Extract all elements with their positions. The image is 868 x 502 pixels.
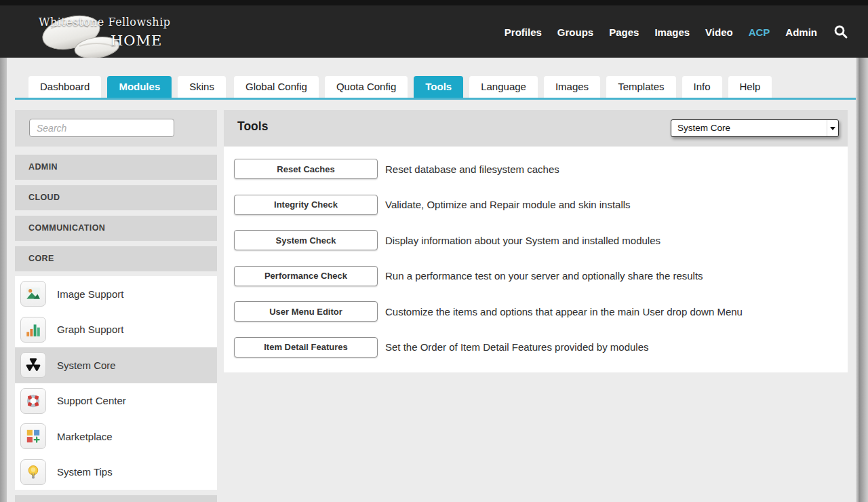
nav-item-admin[interactable]: Admin — [785, 26, 817, 38]
sidebar-item-system-tips[interactable]: System Tips — [15, 455, 217, 490]
integrity-check-button[interactable]: Integrity Check — [234, 195, 378, 215]
user-menu-editor-button[interactable]: User Menu Editor — [234, 301, 378, 322]
sidebar-item-label: System Core — [57, 360, 116, 371]
sidebar-search-panel — [15, 110, 217, 147]
tab-global-config[interactable]: Global Config — [234, 76, 319, 98]
sidebar-item-marketplace[interactable]: Marketplace — [15, 419, 217, 455]
category-core[interactable]: CORE — [15, 246, 217, 271]
acp-page: Dashboard Modules Skins Global Config Qu… — [7, 58, 856, 502]
tab-bar: Dashboard Modules Skins Global Config Qu… — [15, 76, 856, 100]
category-cloud[interactable]: CLOUD — [15, 185, 217, 210]
tab-templates[interactable]: Templates — [606, 76, 675, 98]
sidebar-item-system-core[interactable]: System Core — [15, 347, 217, 383]
tool-description: Customize the items and options that app… — [385, 306, 743, 317]
sidebar-item-label: Support Center — [57, 395, 126, 406]
tool-row-user-menu-editor: User Menu Editor Customize the items and… — [224, 294, 848, 330]
module-search-input[interactable] — [29, 119, 174, 137]
tool-row-item-detail-features: Item Detail Features Set the Order of It… — [224, 330, 848, 366]
reset-caches-button[interactable]: Reset Caches — [234, 159, 378, 179]
category-admin[interactable]: ADMIN — [15, 155, 217, 180]
category-bar-clipped[interactable] — [15, 495, 217, 502]
window-top-strip — [0, 0, 868, 5]
nav-item-images[interactable]: Images — [654, 26, 690, 38]
sidebar-item-label: Image Support — [57, 288, 123, 300]
tools-list: Reset Caches Reset database and filesyst… — [224, 147, 848, 372]
sidebar-item-support-center[interactable]: Support Center — [15, 383, 217, 419]
sidebar-item-image-support[interactable]: Image Support — [15, 276, 217, 312]
system-core-icon — [20, 352, 46, 378]
tool-row-reset-caches: Reset Caches Reset database and filesyst… — [224, 151, 848, 187]
nav-item-video[interactable]: Video — [705, 26, 733, 38]
tools-header: Tools System Core — [224, 110, 848, 147]
sidebar-item-label: Marketplace — [57, 431, 113, 442]
chevron-down-icon — [827, 120, 838, 136]
module-sidebar: ADMIN CLOUD COMMUNICATION CORE Image Sup… — [15, 110, 217, 502]
tools-content: Tools System Core Reset Caches Reset dat… — [224, 110, 848, 372]
tab-tools[interactable]: Tools — [414, 76, 463, 98]
tab-dashboard[interactable]: Dashboard — [28, 76, 101, 98]
tool-description: Set the Order of Item Detail Features pr… — [385, 341, 649, 353]
header-nav: Profiles Groups Pages Images Video ACP A… — [505, 5, 849, 58]
vertical-scrollbar[interactable] — [856, 58, 868, 502]
tool-row-system-check: System Check Display information about y… — [224, 223, 848, 258]
support-center-icon — [20, 388, 46, 414]
sidebar-item-label: System Tips — [57, 466, 113, 478]
page-left-shadow — [0, 58, 7, 502]
page-title: Tools — [237, 119, 268, 134]
tool-description: Reset database and filesystem caches — [385, 163, 559, 175]
tool-description: Validate, Optimize and Repair module and… — [385, 199, 631, 210]
nav-item-acp[interactable]: ACP — [749, 26, 770, 38]
tool-description: Run a performance test on your server an… — [385, 270, 703, 282]
marketplace-icon — [20, 423, 46, 449]
section-tabs: Dashboard Modules Skins — [28, 76, 226, 98]
nav-item-profiles[interactable]: Profiles — [505, 26, 542, 38]
tab-help[interactable]: Help — [728, 76, 772, 98]
site-title: Whitestone Fellowship — [39, 16, 171, 28]
modules-list: Image Support Graph Support — [15, 276, 217, 490]
item-detail-features-button[interactable]: Item Detail Features — [234, 337, 378, 358]
graph-support-icon — [20, 317, 46, 343]
tab-language[interactable]: Language — [469, 76, 538, 98]
tool-row-integrity-check: Integrity Check Validate, Optimize and R… — [224, 187, 848, 223]
tool-description: Display information about your System an… — [385, 235, 660, 246]
tab-info[interactable]: Info — [682, 76, 722, 98]
module-select-dropdown[interactable]: System Core — [671, 119, 839, 137]
tab-images[interactable]: Images — [544, 76, 600, 98]
subsection-tabs: Global Config Quota Config Tools Languag… — [234, 76, 772, 98]
nav-item-groups[interactable]: Groups — [557, 26, 593, 38]
performance-check-button[interactable]: Performance Check — [234, 266, 378, 286]
tab-skins[interactable]: Skins — [178, 76, 226, 98]
tool-row-performance-check: Performance Check Run a performance test… — [224, 258, 848, 294]
sidebar-item-graph-support[interactable]: Graph Support — [15, 312, 217, 348]
search-icon[interactable] — [833, 24, 849, 40]
image-support-icon — [20, 281, 46, 307]
tab-modules[interactable]: Modules — [107, 76, 172, 98]
system-check-button[interactable]: System Check — [234, 230, 378, 250]
nav-item-pages[interactable]: Pages — [609, 26, 639, 38]
site-header: Whitestone Fellowship HOME Profiles Grou… — [0, 5, 868, 58]
system-tips-icon — [20, 459, 46, 485]
module-select-value: System Core — [677, 123, 730, 133]
sidebar-item-label: Graph Support — [57, 324, 123, 335]
category-communication[interactable]: COMMUNICATION — [15, 216, 217, 241]
site-subtitle-home: HOME — [111, 33, 162, 49]
tab-quota-config[interactable]: Quota Config — [325, 76, 408, 98]
